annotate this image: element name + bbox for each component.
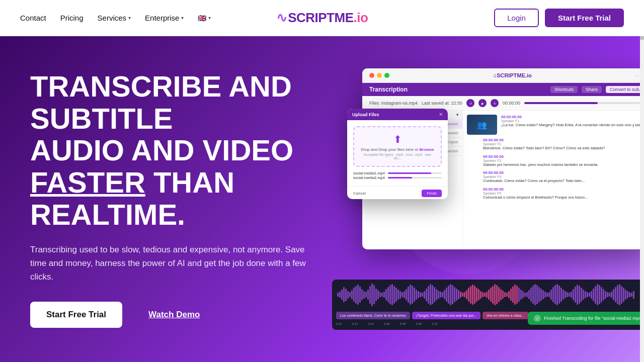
waveform-bar — [466, 290, 467, 299]
app-nav-bar: Transcription Shortcuts Share Convert to… — [362, 83, 644, 96]
waveform-bar — [474, 286, 475, 304]
transcript-line: 00:00:00:00 Speaker F3 Sábado pro henemo… — [467, 154, 644, 168]
timeline-bar[interactable] — [524, 102, 644, 104]
timestamp: 00:00:00:00 — [483, 154, 598, 159]
lang-chevron-icon: ▾ — [208, 15, 211, 21]
logo-waveform: ∿ — [276, 10, 287, 25]
waveform-bar — [605, 291, 606, 299]
waveform-bar — [442, 292, 443, 297]
speaker-label: Speaker F3 — [483, 159, 598, 162]
watch-demo-button[interactable]: Watch Demo — [132, 302, 216, 328]
scrollbar[interactable] — [640, 0, 644, 362]
waveform-bar — [611, 292, 612, 298]
waveform-bar — [450, 284, 451, 305]
waveform-bar — [416, 290, 417, 300]
waveform-bar — [567, 292, 568, 297]
start-free-trial-nav-button[interactable]: Start Free Trial — [545, 9, 624, 27]
browse-link[interactable]: Browse — [420, 147, 434, 152]
waveform-bar — [375, 289, 377, 301]
login-button[interactable]: Login — [494, 9, 539, 27]
language-selector[interactable]: 🇬🇧 ▾ — [198, 14, 211, 22]
waveform-bar — [629, 292, 630, 297]
hero-section: TRANSCRIBE AND SUBTITLE AUDIO AND VIDEO … — [0, 36, 644, 362]
last-saved-label: Last saved at: 22:55 — [422, 101, 462, 106]
waveform-bar — [510, 289, 512, 301]
play-button[interactable]: ▶ — [478, 99, 487, 107]
waveform-bar — [534, 284, 536, 305]
services-chevron-icon: ▾ — [128, 15, 131, 21]
waveform-bar — [573, 289, 574, 300]
shortcuts-button[interactable]: Shortcuts — [550, 86, 578, 93]
waveform-bar — [438, 291, 439, 299]
convert-button[interactable]: Convert to sub... — [606, 86, 644, 93]
waveform-bar — [500, 289, 502, 300]
waveform-bar — [502, 291, 504, 299]
upload-close-icon[interactable]: ✕ — [439, 112, 443, 117]
nav-contact[interactable]: Contact — [20, 14, 46, 22]
undo-button[interactable]: ↺ — [466, 99, 474, 107]
waveform-bar — [583, 290, 584, 300]
waveform-bar — [554, 285, 556, 304]
waveform-bar — [498, 287, 500, 302]
waveform-bar — [528, 290, 530, 299]
waveform-bar — [617, 285, 618, 304]
waveform-bar — [538, 287, 540, 302]
share-button[interactable]: Share — [582, 86, 602, 93]
waveform-bar — [593, 289, 594, 301]
waveform-bar — [522, 291, 524, 298]
waveform-bar — [591, 291, 592, 299]
waveform-bar — [436, 289, 437, 300]
waveform-bar — [579, 286, 580, 304]
timeline-fill — [524, 102, 598, 104]
transcript-panel: 👥 00:00:00:00 Speaker F1 ¿La luz. Cómo e… — [463, 111, 644, 246]
waveform-bar — [556, 284, 558, 305]
nav-actions: Login Start Free Trial — [494, 9, 624, 27]
waveform-bar — [581, 288, 582, 302]
waveform-bar — [565, 291, 566, 298]
check-icon: ✓ — [534, 315, 541, 322]
waveform-bar — [482, 292, 484, 297]
waveform-bar — [387, 287, 389, 302]
waveform-bar — [552, 287, 554, 302]
waveform-bar — [414, 288, 415, 302]
minimize-window-icon — [377, 73, 382, 78]
waveform-bar — [488, 290, 490, 300]
transcript-text: Sábado pro henemos hac. pero muchos colo… — [483, 162, 598, 168]
waveform-bar — [530, 288, 532, 302]
waveform-bar — [408, 287, 409, 303]
waveform-bar — [434, 287, 435, 302]
start-free-trial-hero-button[interactable]: Start Free Trial — [30, 302, 122, 328]
video-thumbnail: 👥 — [467, 115, 497, 135]
waveform-bar — [391, 284, 393, 305]
speaker-label: Speaker F2 — [483, 142, 605, 146]
enterprise-chevron-icon: ▾ — [181, 15, 184, 21]
speaker-label: Speaker F4 — [483, 175, 585, 178]
waveform-bar — [526, 292, 528, 297]
waveform-bar — [418, 291, 419, 298]
waveform-bar — [446, 288, 447, 302]
hero-subtitle: Transcribing used to be slow, tedious an… — [30, 243, 322, 284]
progress-bar — [388, 177, 442, 178]
timestamp: 00:00:00:00 — [483, 170, 585, 175]
waveform-bar — [569, 293, 570, 297]
waveform-bar — [558, 286, 560, 304]
nav-pricing[interactable]: Pricing — [60, 14, 84, 22]
app-nav-actions: Shortcuts Share Convert to sub... — [550, 86, 644, 93]
waveform-bar — [379, 292, 381, 297]
nav-enterprise[interactable]: Enterprise ▾ — [145, 14, 184, 22]
waveform-bar — [478, 289, 479, 300]
waveform-bar — [601, 287, 602, 302]
finish-upload-button[interactable]: Finsh — [422, 190, 442, 197]
waveform-bar — [399, 291, 401, 299]
waveform-bar — [546, 293, 548, 297]
waveform-bar — [496, 285, 498, 304]
waveform-bar — [470, 286, 471, 304]
nav-links-left: Contact Pricing Services ▾ Enterprise ▾ … — [20, 14, 211, 22]
logo[interactable]: ∿SCRIPTME.io — [276, 10, 368, 26]
redo-button[interactable]: ↻ — [491, 99, 499, 107]
toast-text: Finished Transcoding for file "social-me… — [544, 316, 643, 321]
waveform-bar — [631, 293, 632, 297]
nav-services[interactable]: Services ▾ — [98, 14, 131, 22]
hero-title-line1: TRANSCRIBE AND SUBTITLE — [30, 70, 292, 135]
waveform-bar — [585, 291, 586, 298]
